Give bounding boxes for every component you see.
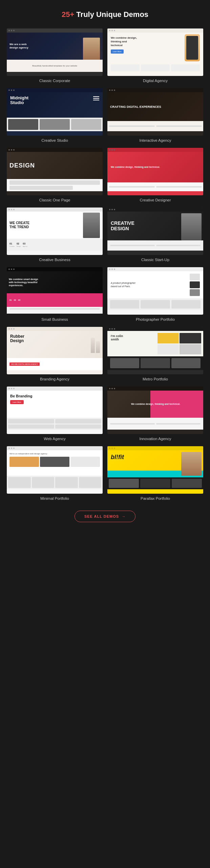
see-all-container: SEE ALL DEMOS → [7, 511, 203, 522]
demo-item-digital-agency[interactable]: We combine design, thinking and technica… [107, 28, 203, 83]
demo-item-photographer-portfolio[interactable]: A product photographerbased out of Paris… [107, 267, 203, 321]
thumbnail-parallax-portfolio[interactable]: bl!fit [107, 446, 203, 494]
hero-section: WE CREATETHE TREND [7, 212, 103, 239]
dot [114, 448, 115, 449]
mini-image [8, 119, 38, 130]
hero-section: RubberDesign [7, 331, 103, 358]
topbar [107, 208, 203, 212]
topbar [7, 327, 103, 331]
stat-box: 01 Creative [9, 242, 15, 247]
thumbnail-photographer-portfolio[interactable]: A product photographerbased out of Paris… [107, 267, 203, 315]
stat-num: 03 [23, 242, 27, 245]
hero-section: I'm colinsmith [107, 331, 203, 356]
dot [13, 269, 15, 270]
stat-label: Design [17, 245, 21, 247]
thumbnail-small-business[interactable]: We combine smart design with technology … [7, 267, 103, 315]
thumbnail-creative-designer[interactable]: We combine design, thinking and technica… [107, 148, 203, 195]
demo-item-parallax-portfolio[interactable]: bl!fit Parallax Portfolio [107, 446, 203, 500]
dot [11, 209, 12, 210]
text-line [156, 125, 202, 127]
demo-item-creative-business[interactable]: WE CREATETHE TREND 01 Creative 02 Design… [7, 208, 103, 262]
thumbnail-classic-one-page[interactable]: DESIGN [7, 148, 103, 195]
cta-btn: Learn More [10, 400, 24, 404]
demo-label: Classic Start-Up [141, 258, 169, 262]
demo-item-creative-designer[interactable]: We combine design, thinking and technica… [107, 148, 203, 202]
hero-section: CRAFTING DIGITAL EXPERIENCES [107, 92, 203, 121]
hero-section: We are a web design agency [7, 33, 103, 60]
thumbnail-metro-portfolio[interactable]: I'm colinsmith [107, 327, 203, 374]
dot [111, 90, 113, 91]
demo-item-metro-portfolio[interactable]: I'm colinsmith Metro Portfolio [107, 327, 203, 381]
hero-title: CRAFTING DIGITAL EXPERIENCES [110, 105, 201, 108]
thumbnail-digital-agency[interactable]: We combine design, thinking and technica… [107, 28, 203, 76]
dot [11, 149, 12, 151]
thumbnail-creative-business[interactable]: WE CREATETHE TREND 01 Creative 02 Design… [7, 208, 103, 255]
demo-item-innovation-agency[interactable]: We combine design, thinking and technica… [107, 387, 203, 441]
demo-item-interactive-agency[interactable]: CRAFTING DIGITAL EXPERIENCES Interactive… [107, 88, 203, 142]
thumbnail-innovation-agency[interactable]: We combine design, thinking and technica… [107, 387, 203, 434]
demo-label: Small Business [41, 317, 68, 321]
line [93, 96, 99, 97]
demo-label: Minimal Portfolio [40, 496, 69, 500]
dot [114, 328, 115, 330]
bottles [91, 338, 100, 353]
topbar [7, 387, 103, 391]
bottom-product [171, 300, 201, 309]
dot [13, 149, 15, 151]
demo-label: Classic One Page [39, 198, 70, 202]
hero-text: We combine design, thinking and technica… [111, 36, 138, 47]
dot [13, 209, 15, 210]
topbar [7, 148, 103, 152]
demo-item-classic-startup[interactable]: CREATIVEDESIGN Classic Start-Up [107, 208, 203, 262]
grid-cell [158, 344, 179, 355]
thumbnail-interactive-agency[interactable]: CRAFTING DIGITAL EXPERIENCES [107, 88, 203, 136]
dot [111, 328, 113, 330]
dot [114, 269, 115, 270]
demo-item-web-agency[interactable]: Be Branding Learn More Web Agency [7, 387, 103, 441]
lines [93, 96, 99, 100]
text-line [9, 308, 100, 310]
demo-item-classic-corporate[interactable]: We are a web design agency Beautifully h… [7, 28, 103, 83]
demo-label: Creative Designer [140, 198, 171, 202]
demo-item-branding-agency[interactable]: RubberDesign WE ARE DIGITAL MEDIA AGENCY… [7, 327, 103, 381]
topbar [7, 28, 103, 33]
strip [111, 64, 140, 71]
see-all-label: SEE ALL DEMOS [84, 514, 119, 518]
dot [8, 388, 10, 389]
dot [111, 30, 113, 31]
dot [109, 328, 110, 330]
see-all-button[interactable]: SEE ALL DEMOS → [75, 511, 135, 522]
thumbnail-classic-startup[interactable]: CREATIVEDESIGN [107, 208, 203, 255]
mini-image [109, 479, 139, 488]
dot [114, 149, 115, 151]
dot [13, 328, 15, 330]
demo-item-small-business[interactable]: We combine smart design with technology … [7, 267, 103, 321]
thumbnail-classic-corporate[interactable]: We are a web design agency Beautifully h… [7, 28, 103, 76]
thumbnail-creative-studio[interactable]: MidnightStudio [7, 88, 103, 136]
arrow-icon: → [122, 514, 126, 518]
dot [109, 269, 110, 270]
dot [114, 90, 115, 91]
thumbnail-branding-agency[interactable]: RubberDesign WE ARE DIGITAL MEDIA AGENCY [7, 327, 103, 374]
dot [111, 149, 113, 151]
product-grid [9, 457, 100, 467]
dot [114, 388, 115, 389]
thumbnail-web-agency[interactable]: Be Branding Learn More [7, 387, 103, 434]
big-text: MidnightStudio [10, 96, 99, 105]
demo-item-minimal-portfolio[interactable]: We're an independent web design agency M… [7, 446, 103, 500]
bottom-section: Beautifully handcrafted templates for yo… [7, 60, 103, 72]
demo-item-classic-one-page[interactable]: DESIGN Classic One Page [7, 148, 103, 202]
product-item [190, 281, 200, 288]
bottom-text: Beautifully handcrafted templates for yo… [32, 65, 77, 67]
stat-label: Creative [9, 245, 15, 247]
person-image [181, 213, 202, 240]
phone-screen [186, 36, 198, 60]
stat-box: 03 Agency [23, 242, 27, 247]
thumbnail-minimal-portfolio[interactable]: We're an independent web design agency [7, 446, 103, 494]
hero-text: CREATIVEDESIGN [107, 221, 134, 231]
mini-image [140, 479, 170, 488]
demo-label: Metro Portfolio [143, 377, 168, 381]
grid-item [55, 425, 101, 429]
demo-item-creative-studio[interactable]: MidnightStudio Creative Studio [7, 88, 103, 142]
dot [11, 90, 12, 91]
